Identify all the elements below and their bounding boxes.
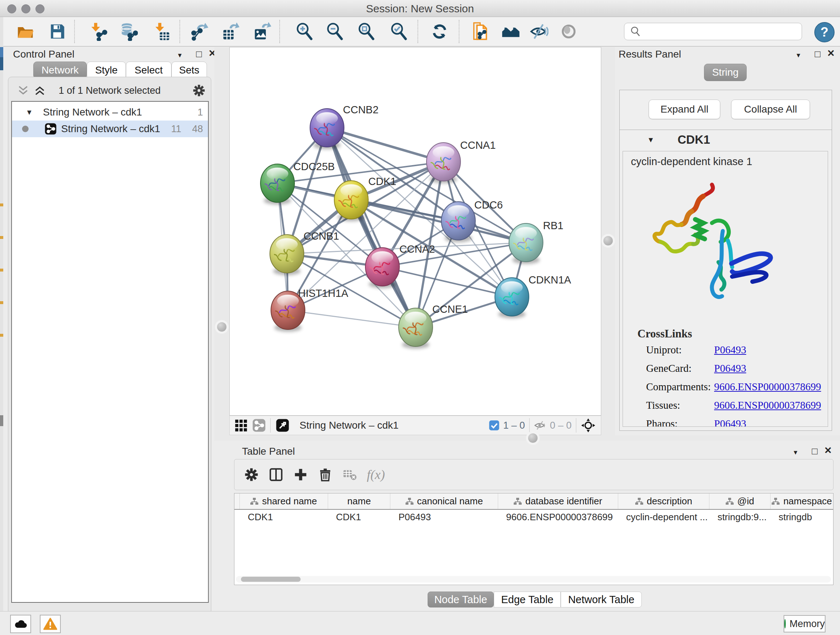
crosslink-label: Pharos: — [646, 418, 677, 427]
graph-node-CCNE1[interactable]: CCNE1 — [399, 303, 468, 348]
cell-database-identifier[interactable]: 9606.ENSP00000378699 — [498, 509, 618, 525]
tab-sets[interactable]: Sets — [172, 62, 207, 79]
save-session-button[interactable] — [47, 21, 67, 42]
network-view-icon[interactable] — [252, 418, 266, 432]
network-collection-row[interactable]: ▼ String Network – cdk1 1 — [12, 104, 208, 120]
graph-node-CCNB2[interactable]: CCNB2 — [310, 104, 378, 149]
search-box[interactable] — [624, 23, 802, 40]
table-row[interactable]: CDK1 CDK1 P06493 9606.ENSP00000378699 cy… — [234, 509, 833, 525]
horizontal-splitter[interactable] — [214, 435, 840, 440]
cell-description[interactable]: cyclin-dependent ... — [618, 509, 710, 525]
crosslink-link[interactable]: P06493 — [714, 363, 746, 374]
memory-button[interactable]: Memory — [783, 615, 826, 632]
tab-node-table[interactable]: Node Table — [428, 592, 494, 608]
graph-node-HIST1H1A[interactable]: HIST1H1A — [271, 287, 348, 332]
import-network-file-button[interactable] — [88, 21, 108, 42]
cloud-status-button[interactable] — [10, 615, 31, 633]
show-columns-icon[interactable] — [268, 467, 284, 482]
tab-edge-table[interactable]: Edge Table — [494, 592, 561, 608]
cell-shared-name[interactable]: CDK1 — [240, 509, 328, 525]
export-table-button[interactable] — [220, 21, 240, 42]
panel-maximize-button[interactable]: □ — [812, 446, 818, 457]
column-header-name[interactable]: name — [328, 494, 391, 509]
cell-id[interactable]: stringdb:9... — [709, 509, 771, 525]
collapse-all-button[interactable]: Collapse All — [731, 100, 810, 119]
zoom-fit-button[interactable] — [356, 21, 377, 42]
scrollbar-thumb[interactable] — [241, 577, 301, 582]
panel-close-button[interactable]: ✕ — [827, 48, 835, 59]
tab-network-table[interactable]: Network Table — [561, 592, 642, 608]
network-attr-icon — [250, 498, 258, 505]
grid-view-icon[interactable] — [234, 418, 248, 432]
panel-float-button[interactable]: ▾ — [178, 51, 182, 59]
graph-node-CDKN1A[interactable]: CDKN1A — [495, 274, 571, 318]
panel-float-button[interactable]: ▾ — [794, 448, 797, 456]
export-network-button[interactable] — [189, 21, 210, 42]
panel-close-button[interactable]: ✕ — [824, 445, 832, 456]
panel-maximize-button[interactable]: □ — [196, 49, 202, 60]
tab-style[interactable]: Style — [87, 62, 126, 79]
tab-network[interactable]: Network — [33, 62, 87, 79]
panel-float-button[interactable]: ▾ — [797, 51, 800, 59]
zoom-selected-button[interactable] — [389, 21, 409, 42]
refresh-button[interactable] — [429, 21, 450, 42]
fit-content-crosshair-icon[interactable] — [581, 418, 596, 433]
search-input[interactable] — [645, 26, 802, 38]
splitter-handle[interactable] — [603, 236, 613, 245]
node-label-CCNB2: CCNB2 — [343, 104, 378, 116]
crosslink-link[interactable]: 9606.ENSP00000378699 — [714, 381, 821, 393]
import-table-button[interactable] — [151, 21, 172, 42]
hidden-eye-slash-icon[interactable] — [534, 419, 546, 432]
gear-icon[interactable] — [192, 84, 206, 97]
column-header-id[interactable]: @id — [709, 494, 771, 509]
network-row-selected[interactable]: String Network – cdk1 11 48 — [12, 120, 208, 137]
column-header-namespace[interactable]: namespace — [771, 494, 833, 509]
tab-string[interactable]: String — [704, 64, 747, 81]
column-header-shared-name[interactable]: shared name — [240, 494, 328, 509]
hide-selected-button[interactable] — [529, 21, 549, 42]
column-header-database-identifier[interactable]: database identifier — [498, 494, 618, 509]
new-network-from-selection-button[interactable] — [469, 21, 489, 42]
crosslink-link[interactable]: P06493 — [714, 344, 746, 356]
node-label-CDC6: CDC6 — [474, 199, 503, 211]
help-button[interactable]: ? — [814, 22, 835, 42]
show-all-button[interactable] — [559, 21, 579, 42]
cell-canonical-name[interactable]: P06493 — [390, 509, 498, 525]
delete-trash-icon[interactable] — [317, 467, 333, 482]
string-network-graph[interactable]: CCNB2CCNA1CDC25BCDK1CDC6RB1CCNB1CCNA2CDK… — [230, 48, 601, 415]
import-network-database-button[interactable] — [118, 21, 139, 42]
tab-select[interactable]: Select — [126, 62, 172, 79]
column-header-description[interactable]: description — [618, 494, 710, 509]
graph-edge[interactable] — [288, 310, 416, 327]
cell-name[interactable]: CDK1 — [328, 509, 391, 525]
export-image-button[interactable] — [252, 21, 272, 42]
column-header-canonical-name[interactable]: canonical name — [390, 494, 498, 509]
network-canvas[interactable]: CCNB2CCNA1CDC25BCDK1CDC6RB1CCNB1CCNA2CDK… — [229, 47, 601, 416]
tree-expander-icon[interactable]: ▼ — [26, 108, 33, 117]
crosslink-link[interactable]: 9606.ENSP00000378699 — [714, 399, 821, 411]
selected-checkbox-icon[interactable] — [489, 420, 500, 431]
graph-node-CCNA1[interactable]: CCNA1 — [426, 139, 496, 183]
graph-node-CCNA2[interactable]: CCNA2 — [365, 243, 435, 288]
panel-maximize-button[interactable]: □ — [815, 49, 821, 60]
graph-node-RB1[interactable]: RB1 — [509, 220, 563, 264]
table-panel-title: Table Panel — [242, 446, 295, 457]
add-icon[interactable] — [293, 467, 308, 482]
graph-node-CDC25B[interactable]: CDC25B — [261, 161, 335, 204]
open-session-button[interactable] — [15, 21, 35, 42]
first-neighbors-button[interactable] — [501, 21, 521, 42]
entry-collapse-icon[interactable]: ▼ — [647, 136, 654, 144]
crosslink-link[interactable]: P06493 — [714, 418, 746, 427]
zoom-out-button[interactable] — [325, 21, 345, 42]
cell-namespace[interactable]: stringdb — [771, 509, 833, 525]
graph-edge[interactable] — [382, 267, 512, 297]
warnings-button[interactable] — [40, 615, 61, 633]
zoom-in-button[interactable] — [294, 21, 315, 42]
birds-eye-view-icon[interactable] — [276, 418, 289, 432]
graph-edge[interactable] — [327, 128, 444, 162]
vertical-splitter-left[interactable] — [214, 47, 229, 435]
horizontal-scrollbar[interactable] — [236, 576, 831, 583]
splitter-handle[interactable] — [217, 322, 226, 332]
expand-all-button[interactable]: Expand All — [649, 100, 720, 119]
gear-icon[interactable] — [244, 467, 259, 482]
